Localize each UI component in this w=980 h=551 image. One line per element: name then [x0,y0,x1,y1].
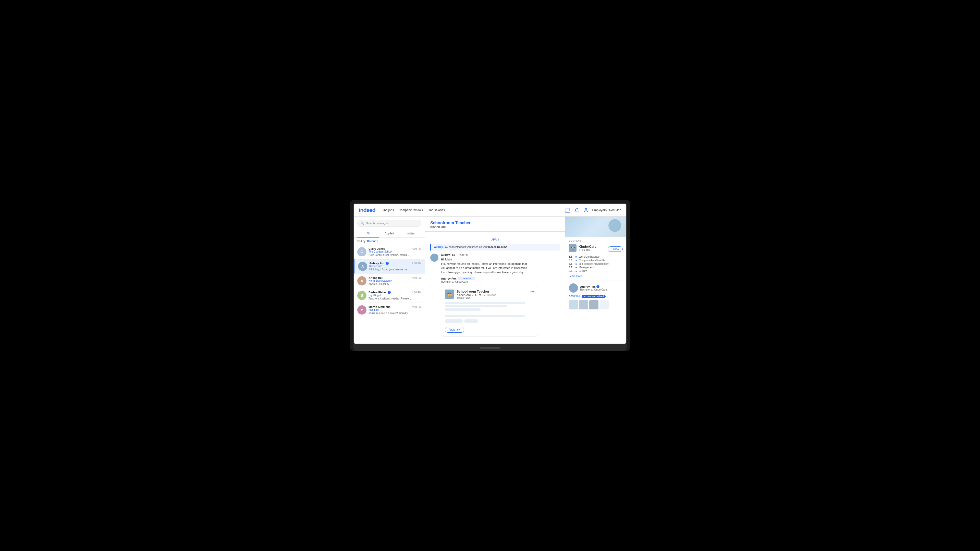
recruiter-name: Aubrey Fox ✓ [580,285,607,288]
job-card-location: Seattle, WA [457,297,528,299]
nav-company-reviews[interactable]: Company reviews [399,208,423,212]
job-logo: 🏫 [445,289,454,299]
chat-header: Schoolroom Teacher KinderCare [425,217,565,232]
msg-name-morris: Morris Simmons [369,305,390,308]
message-item-barbra[interactable]: B Barbra Fisher ✓ 4:00 PM LightBright Te… [354,288,425,303]
msg-time-barbra: 4:00 PM [412,291,422,294]
chat-company: KinderCare [430,225,560,229]
messages-list: C Claire Jones 4:00 PM The Goddard Schoo… [354,245,425,344]
follow-button[interactable]: Follow [608,246,623,252]
msg-company-barbra: LightBright [369,294,422,297]
rating-star-1: ★ [575,259,577,262]
profile-icon[interactable] [583,207,589,213]
verified-tag: ✓ VERIFIED [458,277,475,280]
main-layout: 🔍 All Applied Invites Sort by: Recent ▾ [354,217,626,344]
msg-company-aubrey: KinderCare [369,265,422,268]
date-divider: APR 3 [430,238,560,241]
company-label: COMPANY [569,240,623,242]
years-badge: 12 Years on Indeed [582,295,606,298]
skeleton-btn-2 [464,319,478,323]
sort-bar: Sort by: Recent ▾ [354,238,425,245]
job-card-title: Schoolroom Teacher [457,289,528,293]
job-card-details: Schoolroom Teacher KinderCare ★ 4.5 of 5… [457,289,528,299]
recruiter-links: About me 12 Years on Indeed [569,295,623,298]
msg-time-morris: 4:00 PM [412,306,422,308]
tab-invites[interactable]: Invites [400,230,422,238]
company-name: KinderCare [579,245,597,248]
messages-icon[interactable] [565,207,570,213]
sidebar: 🔍 All Applied Invites Sort by: Recent ▾ [354,217,425,344]
msg-content-barbra: Barbra Fisher ✓ 4:00 PM LightBright Teac… [369,291,422,300]
sidebar-tabs: All Applied Invites [354,230,425,238]
job-more-button[interactable]: ••• [530,289,534,294]
tab-applied[interactable]: Applied [379,230,400,238]
svg-point-0 [585,208,587,210]
msg-name-arlene: Arlene Bell [369,276,383,279]
skeleton-line-2 [445,305,508,307]
company-info: 🏫 KinderCare ★ 4.5 of 5 [569,244,597,252]
bubble-sender: Aubrey Fox ✓ VERIFIED [441,277,560,280]
verified-badge-aubrey: ✓ [386,262,389,265]
tab-all[interactable]: All [357,230,379,238]
indeed-logo[interactable]: iindeedndeed [359,207,375,213]
company-logo: 🏫 [569,244,576,252]
recruiter-avatar [569,283,578,292]
search-input[interactable] [366,222,418,225]
nav-find-jobs[interactable]: Find jobs [382,208,394,212]
msg-name-claire: Claire Jones [369,247,385,250]
recruiter-section: Aubrey Fox ✓ Recruiter at KinderCare Abo… [565,281,626,312]
laptop-base [353,344,627,351]
skeleton-line-1 [445,302,525,304]
avatar-morris: M [357,305,366,314]
skeleton-line-3 [445,308,480,311]
msg-content-morris: Morris Simmons 4:00 PM Kids First You're… [369,305,422,314]
avatar-arlene: A [357,276,366,286]
message-item-morris[interactable]: M Morris Simmons 4:00 PM Kids First You'… [354,303,425,318]
rating-row-3: 3.5 ★ Management [569,266,623,269]
about-me-link[interactable]: About me [569,295,580,298]
nav-links: Find jobs Company reviews Find salaries [382,208,565,212]
msg-preview-morris: You're resume is a match! Would y ... [369,312,422,314]
star-icon: ★ [472,294,474,297]
msg-time-aubrey: 4:00 PM [412,262,422,265]
rating-star-2: ★ [575,262,577,265]
sort-label: Sort by: [357,240,366,243]
message-item-claire[interactable]: C Claire Jones 4:00 PM The Goddard Schoo… [354,245,425,259]
skeleton-line-4 [445,315,525,317]
msg-time-claire: 4:00 PM [412,248,422,250]
msg-preview-barbra: Teacher's Assistant needed. Please ... [369,297,422,300]
recruiter-details: Aubrey Fox ✓ Recruiter at KinderCare [580,285,607,291]
photo-thumb-2 [579,300,588,310]
job-card-header: 🏫 Schoolroom Teacher KinderCare ★ 4.5 of… [445,289,534,299]
rating-star-0: ★ [575,256,577,258]
banner-shape [608,219,621,232]
laptop-screen: iindeedndeed Find jobs Company reviews F… [353,203,627,344]
msg-preview-claire: Hello Jobby, great resume. Would ... [369,254,422,256]
right-panel: COMPANY 🏫 KinderCare ★ 4.5 of 5 [565,217,626,344]
bubble-role: Recruiter at KinderCare [441,280,560,283]
employers-link[interactable]: Employers / Post Job [592,208,621,212]
nav-right: Employers / Post Job [565,207,621,213]
bubble-meta: Aubrey Fox • 6:00 PM [441,254,560,256]
apply-now-button[interactable]: Apply now [445,327,464,333]
verified-badge-barbra: ✓ [388,291,391,294]
photo-thumb-4 [600,300,609,310]
navbar: iindeedndeed Find jobs Company reviews F… [354,204,626,217]
verified-icon: ✓ [460,277,462,280]
message-item-aubrey[interactable]: A Aubrey Fox ✓ 4:00 PM KinderCare Hi Job… [354,259,425,274]
rating-row-4: 3.5 ★ Culture [569,270,623,272]
bubble-avatar [430,254,438,262]
job-card-company: KinderCare ★ 4.5 of 5 71 reviews [457,293,528,297]
search-input-wrap[interactable]: 🔍 [357,220,422,227]
message-item-arlene[interactable]: A Arlene Bell 4:00 PM North Side Academy… [354,274,425,288]
company-section: COMPANY 🏫 KinderCare ★ 4.5 of 5 [565,237,626,281]
learn-more-link[interactable]: Learn more [569,275,582,278]
rating-row-2: 3.5 ★ Job Security/Advancement [569,262,623,265]
search-box: 🔍 [354,217,425,230]
msg-company-claire: The Goddard School [369,250,422,253]
notifications-icon[interactable] [574,207,579,213]
msg-preview-arlene: Applied - Hi Jobby ... [369,283,422,286]
message-bubble: Aubrey Fox • 6:00 PM Hi Jobby, I found y… [430,254,560,337]
nav-find-salaries[interactable]: Find salaries [428,208,445,212]
sort-value[interactable]: Recent ▾ [367,240,377,243]
